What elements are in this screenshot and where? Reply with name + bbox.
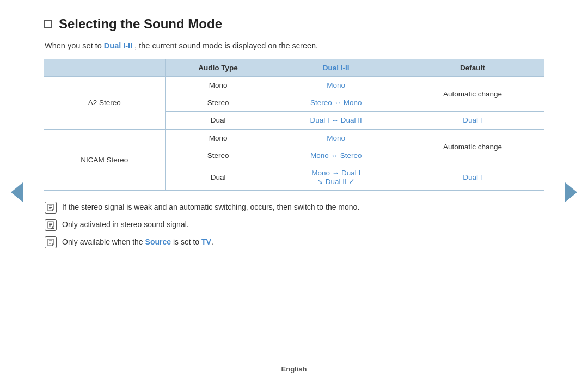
- intro-prefix: When you set to: [45, 41, 104, 50]
- title-checkbox: [44, 20, 52, 28]
- audio-type-cell: Mono: [165, 77, 271, 94]
- page-title: Selecting the Sound Mode: [59, 16, 222, 32]
- main-content: Selecting the Sound Mode When you set to…: [0, 0, 588, 265]
- note-text-1: If the stereo signal is weak and an auto…: [62, 202, 544, 213]
- col-header-default: Default: [401, 59, 544, 77]
- tv-highlight: TV: [201, 237, 211, 246]
- default-cell-auto1: Automatic change: [401, 77, 544, 112]
- group-label-a2: A2 Stereo: [44, 77, 166, 130]
- dual-cell: Dual I ↔ Dual II: [271, 112, 401, 130]
- table-row: A2 Stereo Mono Mono Automatic change: [44, 77, 544, 94]
- note-item-3: Only available when the Source is set to…: [45, 236, 544, 248]
- dual-cell: Mono: [271, 129, 401, 147]
- col-header-audio-type: Audio Type: [165, 59, 271, 77]
- group-label-nicam: NICAM Stereo: [44, 129, 166, 191]
- note-item-2: Only activated in stereo sound signal.: [45, 219, 544, 231]
- audio-type-cell: Mono: [165, 129, 271, 147]
- nav-arrow-right[interactable]: [565, 182, 577, 202]
- audio-type-cell: Stereo: [165, 147, 271, 164]
- dual-cell: Mono: [271, 77, 401, 94]
- source-highlight: Source: [145, 237, 171, 246]
- default-cell-auto2: Automatic change: [401, 129, 544, 164]
- audio-type-cell: Stereo: [165, 94, 271, 112]
- audio-type-cell: Dual: [165, 112, 271, 130]
- intro-suffix: , the current sound mode is displayed on…: [134, 41, 318, 50]
- default-cell: Dual I: [401, 112, 544, 130]
- dual-cell-multiline: Mono → Dual I ↘ Dual II ✓: [271, 164, 401, 191]
- sound-mode-table: Audio Type Dual I-II Default A2 Stereo M…: [44, 59, 544, 191]
- note-icon-2: [45, 219, 57, 231]
- note-item-1: If the stereo signal is weak and an auto…: [45, 202, 544, 214]
- note-icon-3: [45, 236, 57, 248]
- table-row: NICAM Stereo Mono Mono Automatic change: [44, 129, 544, 147]
- table-header-row: Audio Type Dual I-II Default: [44, 59, 544, 77]
- notes-section: If the stereo signal is weak and an auto…: [45, 202, 544, 248]
- default-cell: Dual I: [401, 164, 544, 191]
- dual-cell: Stereo ↔ Mono: [271, 94, 401, 112]
- note-text-2: Only activated in stereo sound signal.: [62, 219, 544, 230]
- nav-arrow-left[interactable]: [11, 182, 23, 202]
- note-icon-1: [45, 202, 57, 214]
- dual-cell: Mono ↔ Stereo: [271, 147, 401, 164]
- footer-language: English: [0, 365, 588, 373]
- note-text-3: Only available when the Source is set to…: [62, 236, 544, 248]
- col-header-empty: [44, 59, 166, 77]
- page-title-section: Selecting the Sound Mode: [44, 16, 544, 32]
- intro-text: When you set to Dual I-II , the current …: [45, 41, 544, 50]
- audio-type-cell: Dual: [165, 164, 271, 191]
- col-header-dual: Dual I-II: [271, 59, 401, 77]
- intro-highlight: Dual I-II: [104, 41, 132, 50]
